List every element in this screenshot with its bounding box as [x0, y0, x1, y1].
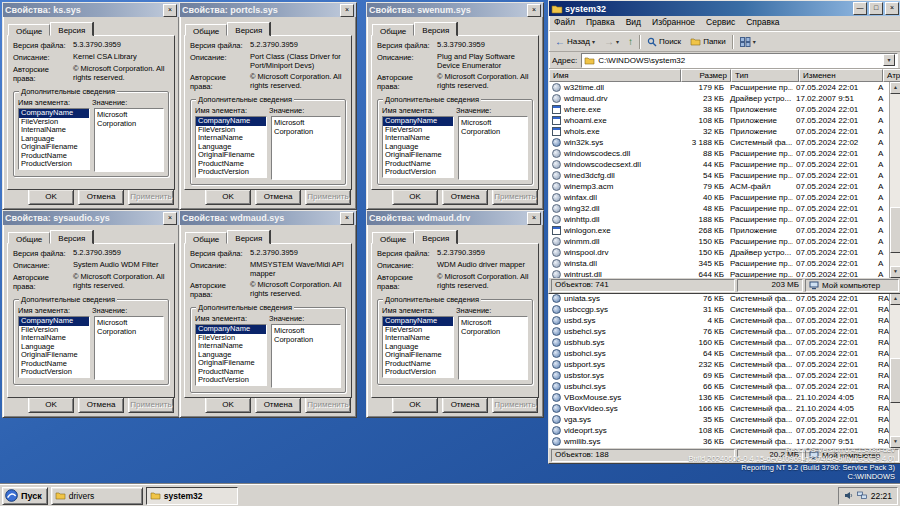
- search-button[interactable]: Поиск: [644, 36, 684, 48]
- close-icon[interactable]: ×: [527, 212, 541, 225]
- tab-version[interactable]: Версия: [50, 230, 93, 244]
- volume-icon[interactable]: [844, 491, 853, 500]
- scroll-thumb[interactable]: [890, 207, 900, 252]
- window-titlebar[interactable]: system32 — □ ×: [549, 1, 900, 16]
- file-row[interactable]: usbport.sys 232 КБ Системный фа... 07.05…: [549, 359, 890, 370]
- file-row[interactable]: usbhub.sys 160 КБ Системный фа... 07.05.…: [549, 337, 890, 348]
- file-row[interactable]: winspool.drv 150 КБ Драйвер устро... 07.…: [549, 247, 890, 258]
- file-row[interactable]: videoprt.sys 108 КБ Системный фа... 07.0…: [549, 425, 890, 436]
- list-item[interactable]: ProductVersion: [196, 376, 266, 385]
- menu-view[interactable]: Вид: [626, 17, 641, 29]
- dialog-titlebar[interactable]: Свойства: swenum.sys ×: [367, 3, 543, 17]
- views-dropdown-icon[interactable]: ▾: [753, 38, 756, 45]
- file-row[interactable]: winhttp.dll 188 КБ Расширение пр... 07.0…: [549, 214, 890, 225]
- back-button[interactable]: ← Назад ▾: [552, 36, 598, 48]
- column-header-name[interactable]: Имя: [549, 69, 681, 82]
- file-row[interactable]: w32time.dll 179 КБ Расширение пр... 07.0…: [549, 82, 890, 93]
- dialog-titlebar[interactable]: Свойства: ks.sys ×: [3, 3, 179, 17]
- file-row[interactable]: windowscodecsext.dll 44 КБ Расширение пр…: [549, 159, 890, 170]
- column-header-type[interactable]: Тип: [731, 69, 799, 82]
- list-item[interactable]: ProductVersion: [19, 160, 89, 169]
- scrollbar[interactable]: ▲ ▼: [889, 82, 900, 278]
- address-dropdown-icon[interactable]: ▾: [883, 54, 895, 66]
- tab-version[interactable]: Версия: [50, 22, 93, 36]
- column-header-attrs[interactable]: Атрибуты: [883, 69, 900, 82]
- cancel-button[interactable]: Отмена: [255, 189, 301, 205]
- forward-dropdown-icon[interactable]: ▾: [616, 38, 619, 45]
- apply-button[interactable]: Применить: [305, 397, 351, 413]
- cancel-button[interactable]: Отмена: [255, 397, 301, 413]
- column-header-size[interactable]: Размер: [681, 69, 731, 82]
- tab-version[interactable]: Версия: [227, 22, 270, 36]
- dialog-titlebar[interactable]: Свойства: wdmaud.drv ×: [367, 211, 543, 225]
- item-name-listbox[interactable]: CompanyName FileVersion InternalName Lan…: [382, 116, 454, 178]
- file-row[interactable]: VBoxMouse.sys 136 КБ Системный фа... 21.…: [549, 392, 890, 403]
- close-icon[interactable]: ×: [527, 4, 541, 17]
- file-row[interactable]: usbd.sys 4 КБ Системный фа... 07.05.2024…: [549, 315, 890, 326]
- file-row[interactable]: where.exe 38 КБ Приложение 07.05.2024 22…: [549, 104, 890, 115]
- file-row[interactable]: usbccgp.sys 31 КБ Системный фа... 07.05.…: [549, 304, 890, 315]
- views-button[interactable]: ▾: [737, 36, 759, 48]
- taskbar-button-drivers[interactable]: drivers: [51, 487, 143, 505]
- list-item[interactable]: ProductVersion: [383, 168, 453, 177]
- file-row[interactable]: wing32.dll 48 КБ Расширение пр... 07.05.…: [549, 203, 890, 214]
- cancel-button[interactable]: Отмена: [78, 397, 124, 413]
- ok-button[interactable]: OK: [392, 397, 438, 413]
- scroll-up-icon[interactable]: ▲: [890, 293, 900, 305]
- item-name-listbox[interactable]: CompanyName FileVersion InternalName Lan…: [195, 324, 267, 386]
- maximize-icon[interactable]: □: [869, 2, 883, 15]
- scrollbar[interactable]: ▲ ▼: [889, 293, 900, 448]
- file-row[interactable]: winfax.dll 40 КБ Расширение пр... 07.05.…: [549, 192, 890, 203]
- menu-help[interactable]: Справка: [746, 17, 779, 29]
- menu-tools[interactable]: Сервис: [706, 17, 735, 29]
- item-name-listbox[interactable]: CompanyName FileVersion InternalName Lan…: [382, 316, 454, 378]
- network-icon[interactable]: [857, 491, 867, 500]
- close-icon[interactable]: ×: [885, 2, 899, 15]
- scroll-thumb[interactable]: [890, 358, 900, 403]
- start-button[interactable]: Пуск: [2, 487, 48, 505]
- file-row[interactable]: win32k.sys 3 188 КБ Системный фа... 07.0…: [549, 137, 890, 148]
- file-row[interactable]: vga.sys 35 КБ Системный фа... 07.05.2024…: [549, 414, 890, 425]
- tab-general[interactable]: Общие: [372, 24, 414, 36]
- up-button[interactable]: ↑: [625, 36, 636, 48]
- ok-button[interactable]: OK: [205, 397, 251, 413]
- file-row[interactable]: usbehci.sys 76 КБ Системный фа... 07.05.…: [549, 326, 890, 337]
- tab-general[interactable]: Общие: [185, 232, 227, 244]
- file-row[interactable]: usbstor.sys 69 КБ Системный фа... 07.05.…: [549, 370, 890, 381]
- column-header-modified[interactable]: Изменен: [799, 69, 883, 82]
- file-row[interactable]: winmm.dll 150 КБ Расширение пр... 07.05.…: [549, 236, 890, 247]
- file-row[interactable]: wintrust.dll 644 КБ Расширение пр... 07.…: [549, 269, 890, 278]
- tab-version[interactable]: Версия: [414, 22, 457, 36]
- apply-button[interactable]: Применить: [492, 397, 538, 413]
- menu-edit[interactable]: Правка: [586, 17, 615, 29]
- apply-button[interactable]: Применить: [492, 189, 538, 205]
- apply-button[interactable]: Применить: [128, 189, 174, 205]
- menu-favorites[interactable]: Избранное: [652, 17, 695, 29]
- item-name-listbox[interactable]: CompanyName FileVersion InternalName Lan…: [18, 316, 90, 378]
- forward-button[interactable]: → ▾: [601, 36, 622, 48]
- list-item[interactable]: ProductVersion: [383, 368, 453, 377]
- file-row[interactable]: usbohci.sys 64 КБ Системный фа... 07.05.…: [549, 348, 890, 359]
- ok-button[interactable]: OK: [28, 397, 74, 413]
- ok-button[interactable]: OK: [205, 189, 251, 205]
- tab-general[interactable]: Общие: [185, 24, 227, 36]
- file-row[interactable]: winemp3.acm 79 КБ ACM-файл 07.05.2024 22…: [549, 181, 890, 192]
- scroll-up-icon[interactable]: ▲: [890, 82, 900, 94]
- file-row[interactable]: whois.exe 32 КБ Приложение 07.05.2024 22…: [549, 126, 890, 137]
- cancel-button[interactable]: Отмена: [442, 189, 488, 205]
- dialog-titlebar[interactable]: Свойства: sysaudio.sys ×: [3, 211, 179, 225]
- file-row[interactable]: winlogon.exe 268 КБ Приложение 07.05.202…: [549, 225, 890, 236]
- tab-general[interactable]: Общие: [372, 232, 414, 244]
- list-item[interactable]: ProductVersion: [19, 368, 89, 377]
- address-input[interactable]: C:\WINDOWS\system32 ▾: [581, 53, 898, 68]
- tab-version[interactable]: Версия: [227, 230, 270, 244]
- tab-general[interactable]: Общие: [8, 24, 50, 36]
- apply-button[interactable]: Применить: [305, 189, 351, 205]
- close-icon[interactable]: ×: [163, 4, 177, 17]
- tab-version[interactable]: Версия: [414, 230, 457, 244]
- file-row[interactable]: VBoxVideo.sys 166 КБ Системный фа... 21.…: [549, 403, 890, 414]
- folders-button[interactable]: Папки: [687, 36, 729, 47]
- item-name-listbox[interactable]: CompanyName FileVersion InternalName Lan…: [18, 108, 90, 170]
- dialog-titlebar[interactable]: Свойства: portcls.sys ×: [180, 3, 356, 17]
- ok-button[interactable]: OK: [392, 189, 438, 205]
